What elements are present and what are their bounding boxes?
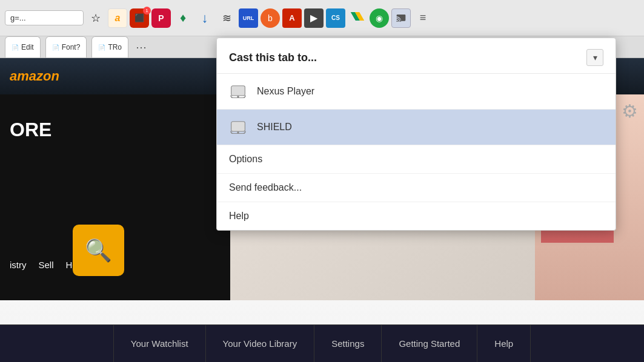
shield-cast-icon — [229, 118, 247, 136]
tab-edit-icon: 📄 — [12, 44, 19, 51]
star-icon[interactable]: ☆ — [86, 8, 105, 28]
cast-feedback-item[interactable]: Send feedback... — [217, 174, 616, 202]
tabsaver-icon[interactable]: ⬛ 1 — [130, 8, 149, 28]
nav-watchlist[interactable]: Your Watchlist — [113, 325, 206, 362]
nav-sell[interactable]: Sell — [39, 260, 54, 270]
svg-point-7 — [237, 96, 239, 97]
youtube-icon[interactable]: ▶ — [304, 8, 324, 28]
nav-istry[interactable]: istry — [10, 260, 27, 270]
bottom-navigation: Your Watchlist Your Video Library Settin… — [0, 324, 644, 362]
gdrive-icon[interactable] — [348, 8, 367, 28]
svg-point-9 — [237, 131, 239, 133]
more-tabs-icon[interactable]: ⋯ — [133, 41, 149, 54]
tab-tro-icon: 📄 — [98, 44, 105, 51]
cast-options-item[interactable]: Options — [217, 145, 616, 174]
dark-overlay: ORE istry Sell Help 🔍 — [0, 94, 230, 300]
cast-dropdown-button[interactable]: ▾ — [586, 49, 603, 66]
nav-getting-started[interactable]: Getting Started — [382, 325, 477, 362]
cast-popup: Cast this tab to... ▾ Nexus Player S — [216, 38, 616, 231]
address-bar[interactable]: g=... — [5, 10, 84, 25]
adobe-icon[interactable]: A — [282, 8, 302, 28]
bitly-icon[interactable]: b — [261, 8, 280, 28]
cast-device-nexus[interactable]: Nexus Player — [217, 74, 616, 110]
cast-dropdown-arrow: ▾ — [593, 53, 597, 62]
cc-icon[interactable]: CS — [326, 8, 345, 28]
cast-toolbar-icon[interactable] — [391, 8, 411, 28]
store-label: ORE — [10, 113, 221, 141]
tab-tro[interactable]: 📄 TRo — [91, 36, 128, 58]
hamburger-menu-icon[interactable]: ≡ — [413, 8, 433, 28]
cast-device-shield[interactable]: SHIELD — [217, 110, 616, 145]
url-copy-icon[interactable]: URL — [239, 8, 258, 28]
nav-help[interactable]: Help — [477, 325, 531, 362]
nav-settings[interactable]: Settings — [314, 325, 382, 362]
site-logo: amazon — [10, 68, 59, 84]
tab-tro-label: TRo — [108, 43, 122, 51]
gear-icon[interactable]: ⚙ — [622, 100, 638, 122]
evernote-icon[interactable]: ♦ — [173, 8, 193, 28]
tab-font-label: Font? — [62, 43, 81, 51]
tab-edit-label: Edit — [21, 43, 34, 51]
buffer-icon[interactable]: ≋ — [217, 8, 236, 28]
tab-font[interactable]: 📄 Font? — [45, 36, 87, 58]
address-text: g=... — [10, 13, 26, 22]
tab-font-icon: 📄 — [52, 44, 59, 51]
left-panel: ORE istry Sell Help 🔍 — [0, 94, 230, 300]
amazon-icon[interactable]: a — [108, 8, 127, 28]
cast-popup-title: Cast this tab to... — [229, 51, 317, 64]
download-icon[interactable]: ↓ — [195, 8, 214, 28]
cast-popup-header: Cast this tab to... ▾ — [217, 38, 616, 74]
tab-edit[interactable]: 📄 Edit — [5, 36, 41, 58]
nexus-cast-icon — [229, 82, 247, 100]
pocket-icon[interactable]: P — [151, 8, 171, 28]
browser-toolbar: g=... ☆ a ⬛ 1 P ♦ ↓ ≋ URL b A ▶ CS — [0, 0, 644, 36]
shield-label: SHIELD — [257, 122, 292, 133]
nexus-player-label: Nexus Player — [257, 86, 314, 97]
cast-help-item[interactable]: Help — [217, 202, 616, 230]
nav-video-library[interactable]: Your Video Library — [206, 325, 315, 362]
greenring-icon[interactable]: ◉ — [370, 8, 389, 28]
search-button[interactable]: 🔍 — [73, 225, 124, 276]
